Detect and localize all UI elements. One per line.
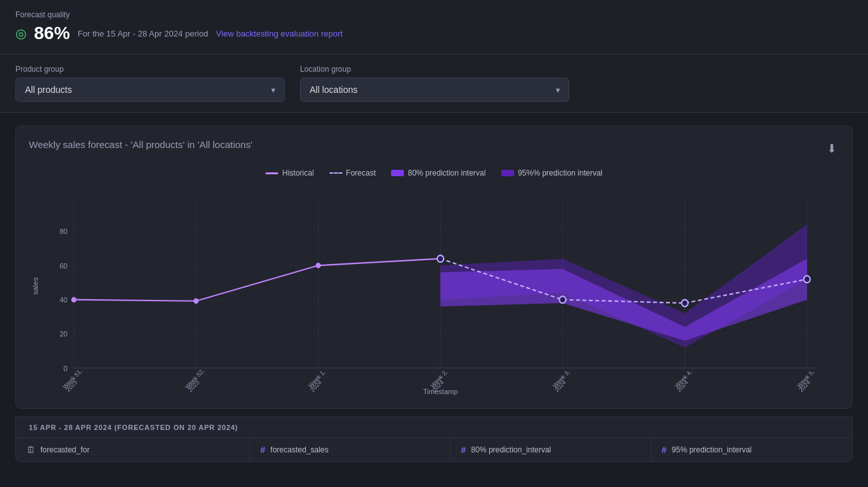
svg-text:20: 20 [60,330,67,338]
chart-header: Weekly sales forecast - 'All products' i… [29,139,839,158]
chart-legend: Historical Forecast 80% prediction inter… [29,169,839,177]
forecast-quality-row: ◎ 86% For the 15 Apr - 28 Apr 2024 perio… [15,23,853,44]
y-axis-label: sales [31,277,39,295]
table-columns: 🗓 forecasted_for # forecasted_sales # 80… [16,438,852,461]
legend-historical-line [265,172,278,174]
product-group-filter: Product group All products [15,65,285,102]
location-group-select[interactable]: All locations [300,78,569,102]
forecast-point-1 [437,255,444,262]
col-forecasted-sales: # forecasted_sales [250,438,451,461]
forecast-point-4 [804,276,810,283]
view-report-link[interactable]: View backtesting evaluation report [216,29,343,38]
data-point-1 [71,297,76,302]
chart-title: Weekly sales forecast - 'All products' i… [29,139,253,150]
quality-percent: 86% [34,23,70,44]
location-group-label: Location group [300,65,569,74]
location-group-filter: Location group All locations [300,65,569,102]
legend-interval-80-box [391,170,404,176]
legend-interval-95: 95%% prediction interval [501,169,603,177]
svg-text:40: 40 [60,296,67,304]
legend-historical: Historical [265,169,313,177]
date-range-title: 15 APR - 28 APR 2024 (FORECASTED ON 20 A… [16,417,852,438]
bottom-section: 15 APR - 28 APR 2024 (FORECASTED ON 20 A… [15,417,853,462]
product-group-select-wrapper[interactable]: All products [15,78,285,102]
product-group-select[interactable]: All products [15,78,285,102]
download-button[interactable]: ⬇ [824,139,839,158]
x-axis-label: Timestamp [423,388,458,395]
data-point-2 [194,299,199,304]
chart-container: sales 0 20 40 60 80 [29,190,839,395]
col-interval-80: # 80% prediction_interval [451,438,651,461]
forecast-quality-label: Forecast quality [15,10,853,19]
forecast-point-2 [560,296,566,303]
col-interval-95: # 95% prediction_interval [651,438,852,461]
legend-interval-80: 80% prediction interval [391,169,485,177]
svg-text:0: 0 [63,364,67,372]
forecast-point-3 [681,300,688,307]
quality-period: For the 15 Apr - 28 Apr 2024 period [78,29,208,38]
top-bar: Forecast quality ◎ 86% For the 15 Apr - … [0,0,868,54]
historical-line [74,259,440,301]
quality-icon: ◎ [15,26,26,41]
filters-bar: Product group All products Location grou… [0,54,868,113]
legend-forecast: Forecast [330,169,376,177]
product-group-label: Product group [15,65,285,74]
main-chart-svg: sales 0 20 40 60 80 [29,190,839,395]
legend-forecast-line [330,172,342,174]
hash-icon-3: # [662,445,667,455]
calendar-icon: 🗓 [26,445,35,455]
location-group-select-wrapper[interactable]: All locations [300,78,569,102]
chart-section: Weekly sales forecast - 'All products' i… [15,126,853,409]
col-forecasted-for: 🗓 forecasted_for [16,438,250,461]
legend-interval-95-box [501,170,514,176]
hash-icon-1: # [260,445,265,455]
svg-text:60: 60 [60,261,67,269]
data-point-3 [315,263,321,268]
hash-icon-2: # [461,445,466,455]
svg-text:80: 80 [60,227,67,235]
